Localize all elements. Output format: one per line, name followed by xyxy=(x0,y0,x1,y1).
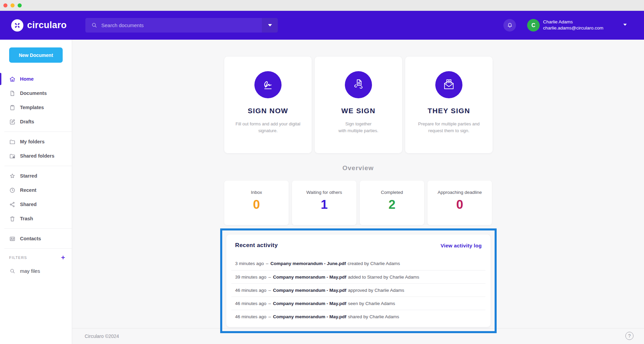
sidebar-item-templates[interactable]: Templates xyxy=(0,100,72,115)
stat-card-waiting-for-others[interactable]: Waiting for others 1 xyxy=(292,181,356,225)
signature-icon xyxy=(254,71,282,98)
help-button[interactable]: ? xyxy=(625,332,633,340)
action-description: Prepare for multiple parties and request… xyxy=(405,121,493,134)
envelope-document-icon xyxy=(435,71,462,98)
bell-icon xyxy=(506,22,513,29)
activity-row[interactable]: 46 minutes ago – Company memorandum - Ma… xyxy=(231,310,485,323)
user-menu[interactable]: Charlie Adams charlie.adams@circularo.co… xyxy=(543,19,603,31)
zoom-button[interactable] xyxy=(18,3,22,7)
sidebar-item-shared[interactable]: Shared xyxy=(0,197,72,211)
notifications-button[interactable] xyxy=(503,19,516,32)
filters-header: FILTERS + xyxy=(0,251,72,264)
action-title: WE SIGN xyxy=(315,107,402,115)
filter-item-may-files[interactable]: may files xyxy=(0,264,72,278)
they-sign-card[interactable]: THEY SIGN Prepare for multiple parties a… xyxy=(405,57,493,153)
sidebar-item-recent[interactable]: Recent xyxy=(0,183,72,197)
sidebar-item-home[interactable]: Home xyxy=(0,72,72,86)
main-content: SIGN NOW Fill out forms and add your dig… xyxy=(72,40,644,344)
add-filter-button[interactable]: + xyxy=(61,254,65,261)
search-input[interactable] xyxy=(85,18,262,33)
copyright-text: Circularo ©2024 xyxy=(85,333,119,339)
sidebar-divider xyxy=(4,166,72,166)
hands-document-icon xyxy=(345,71,372,98)
sidebar-item-starred[interactable]: Starred xyxy=(0,169,72,183)
circularo-logo[interactable]: circularo xyxy=(11,11,67,40)
star-icon xyxy=(9,173,16,179)
minimize-button[interactable] xyxy=(11,3,15,7)
recent-activity-panel: Recent activity View activity log 3 minu… xyxy=(226,235,491,327)
action-description: Fill out forms and add your digital sign… xyxy=(224,121,312,134)
overview-heading: Overview xyxy=(72,164,644,172)
document-icon xyxy=(9,90,16,97)
chevron-down-icon xyxy=(268,24,272,26)
action-title: SIGN NOW xyxy=(224,107,312,115)
user-name: Charlie Adams xyxy=(543,19,603,24)
activity-row[interactable]: 39 minutes ago – Company memorandum - Ma… xyxy=(231,270,485,283)
stat-value: 0 xyxy=(428,198,492,212)
stat-card-approaching-deadline[interactable]: Approaching deadline 0 xyxy=(428,181,492,225)
stat-label: Waiting for others xyxy=(292,190,356,195)
sidebar-item-documents[interactable]: Documents xyxy=(0,86,72,100)
sidebar-divider xyxy=(4,248,72,249)
sign-now-card[interactable]: SIGN NOW Fill out forms and add your dig… xyxy=(224,57,312,153)
recent-activity-highlight: Recent activity View activity log 3 minu… xyxy=(220,228,497,333)
stat-label: Inbox xyxy=(224,190,289,195)
shared-folder-icon xyxy=(9,153,16,159)
activity-row[interactable]: 46 minutes ago – Company memorandum - Ma… xyxy=(231,283,485,297)
activity-list: 3 minutes ago – Company memorandum - Jun… xyxy=(226,257,491,323)
stat-value: 2 xyxy=(360,198,424,212)
sidebar-item-drafts[interactable]: Drafts xyxy=(0,115,72,129)
clock-icon xyxy=(9,187,16,194)
avatar[interactable]: C xyxy=(527,19,540,32)
stat-label: Approaching deadline xyxy=(428,190,492,195)
close-button[interactable] xyxy=(3,3,7,7)
contacts-icon xyxy=(9,236,16,242)
recent-activity-title: Recent activity xyxy=(235,242,278,249)
sidebar: New Document Home Documents Templates xyxy=(0,40,72,344)
drafts-icon xyxy=(9,119,16,125)
sidebar-item-trash[interactable]: Trash xyxy=(0,211,72,226)
sidebar-item-shared-folders[interactable]: Shared folders xyxy=(0,149,72,163)
stat-value: 0 xyxy=(224,198,289,212)
home-icon xyxy=(9,76,16,82)
sidebar-item-contacts[interactable]: Contacts xyxy=(0,231,72,246)
we-sign-card[interactable]: WE SIGN Sign together with multiple part… xyxy=(315,57,402,153)
view-activity-log-link[interactable]: View activity log xyxy=(440,243,482,248)
action-cards: SIGN NOW Fill out forms and add your dig… xyxy=(224,57,493,153)
stat-card-completed[interactable]: Completed 2 xyxy=(360,181,424,225)
search-scope-dropdown[interactable] xyxy=(262,18,278,33)
filters-label: FILTERS xyxy=(9,256,27,260)
new-document-button[interactable]: New Document xyxy=(9,47,63,63)
share-icon xyxy=(9,201,16,208)
stat-label: Completed xyxy=(360,190,424,195)
stat-value: 1 xyxy=(292,198,356,212)
folder-icon xyxy=(9,139,16,145)
activity-row[interactable]: 3 minutes ago – Company memorandum - Jun… xyxy=(231,257,485,270)
overview-stats: Inbox 0 Waiting for others 1 Completed 2… xyxy=(224,181,492,225)
action-title: THEY SIGN xyxy=(405,107,493,115)
active-indicator xyxy=(0,73,1,85)
search-icon xyxy=(91,22,98,30)
user-email: charlie.adams@circularo.com xyxy=(543,25,603,31)
user-menu-chevron-icon[interactable] xyxy=(623,24,627,26)
templates-icon xyxy=(9,104,16,111)
sidebar-item-my-folders[interactable]: My folders xyxy=(0,135,72,149)
stat-card-inbox[interactable]: Inbox 0 xyxy=(224,181,289,225)
search-filter-icon xyxy=(9,268,16,274)
trash-icon xyxy=(9,216,16,222)
circularo-logo-icon xyxy=(11,19,23,32)
sidebar-divider xyxy=(4,228,72,229)
sidebar-divider xyxy=(4,131,72,132)
app-header: circularo C Charlie Adams charlie.adams@… xyxy=(0,11,644,40)
search-bar xyxy=(85,18,278,33)
macos-titlebar xyxy=(0,0,644,11)
brand-name: circularo xyxy=(27,20,67,31)
recent-activity-header: Recent activity View activity log xyxy=(226,235,491,249)
activity-row[interactable]: 46 minutes ago – Company memorandum - Ma… xyxy=(231,297,485,310)
action-description: Sign together with multiple parties. xyxy=(315,121,402,134)
